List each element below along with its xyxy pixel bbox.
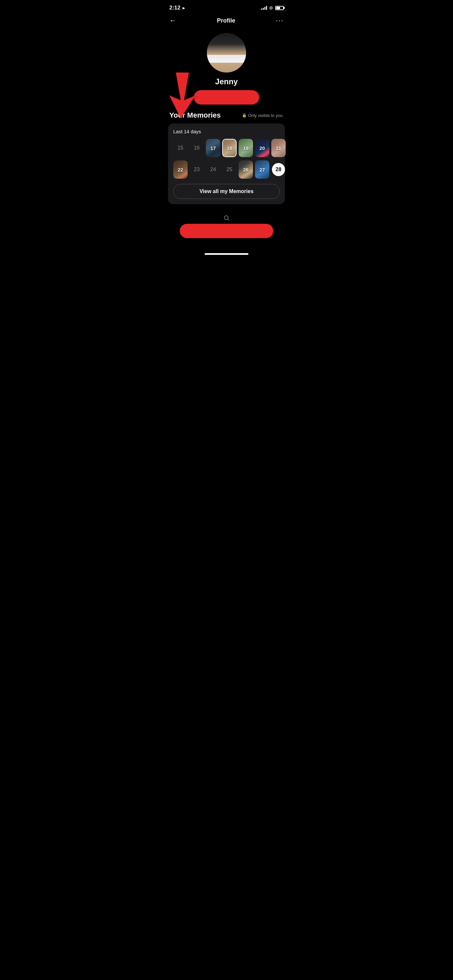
signal-icon (261, 6, 267, 10)
calendar-row-1: 15 16 17 18 19 20 21 (173, 139, 280, 157)
battery-icon (275, 6, 284, 10)
today-circle: 28 (272, 163, 285, 176)
arrow-indicator (166, 73, 202, 119)
day-15[interactable]: 15 (173, 139, 188, 157)
bottom-action-button[interactable] (180, 224, 273, 238)
location-icon: ► (182, 6, 186, 10)
lock-icon: 🔒 (242, 113, 247, 118)
avatar (207, 33, 246, 73)
day-21[interactable]: 21 (271, 139, 286, 157)
back-button[interactable]: ← (169, 16, 177, 25)
page-title: Profile (217, 18, 235, 24)
profile-action-button[interactable] (194, 90, 259, 105)
svg-line-2 (228, 219, 230, 221)
day-27[interactable]: 27 (255, 161, 269, 179)
view-all-memories-button[interactable]: View all my Memories (173, 184, 280, 199)
day-20[interactable]: 20 (255, 139, 269, 157)
visibility-text: Only visible to you. (248, 113, 284, 118)
day-18[interactable]: 18 (222, 139, 237, 157)
memories-period: Last 14 days (173, 129, 280, 134)
more-options-button[interactable]: ··· (276, 16, 284, 25)
bottom-section (163, 209, 290, 243)
wifi-icon: ⊛ (269, 5, 273, 11)
memories-visibility: 🔒 Only visible to you. (242, 113, 284, 118)
svg-point-1 (224, 216, 228, 220)
memories-card: Last 14 days 15 16 17 18 19 (168, 124, 285, 204)
day-19[interactable]: 19 (239, 139, 253, 157)
day-22[interactable]: 22 (173, 161, 188, 179)
memories-section: Your Memories 🔒 Only visible to you. Las… (163, 111, 290, 209)
time-display: 2:12 (169, 5, 180, 11)
day-17[interactable]: 17 (206, 139, 220, 157)
status-bar: 2:12 ► ⊛ (163, 0, 290, 14)
spotlight-icon (223, 215, 230, 221)
day-26[interactable]: 26 (239, 161, 253, 179)
svg-marker-0 (169, 73, 195, 118)
day-28-today[interactable]: 28 (271, 161, 286, 179)
calendar-row-2: 22 23 24 25 26 27 28 (173, 161, 280, 179)
status-time: 2:12 ► (169, 5, 186, 11)
status-icons: ⊛ (261, 5, 284, 11)
day-25[interactable]: 25 (222, 161, 237, 179)
profile-section: Jenny (163, 30, 290, 111)
day-24[interactable]: 24 (206, 161, 220, 179)
username: Jenny (215, 77, 238, 86)
nav-header: ← Profile ··· (163, 14, 290, 30)
home-indicator (204, 253, 249, 255)
day-16[interactable]: 16 (190, 139, 204, 157)
day-23[interactable]: 23 (190, 161, 204, 179)
